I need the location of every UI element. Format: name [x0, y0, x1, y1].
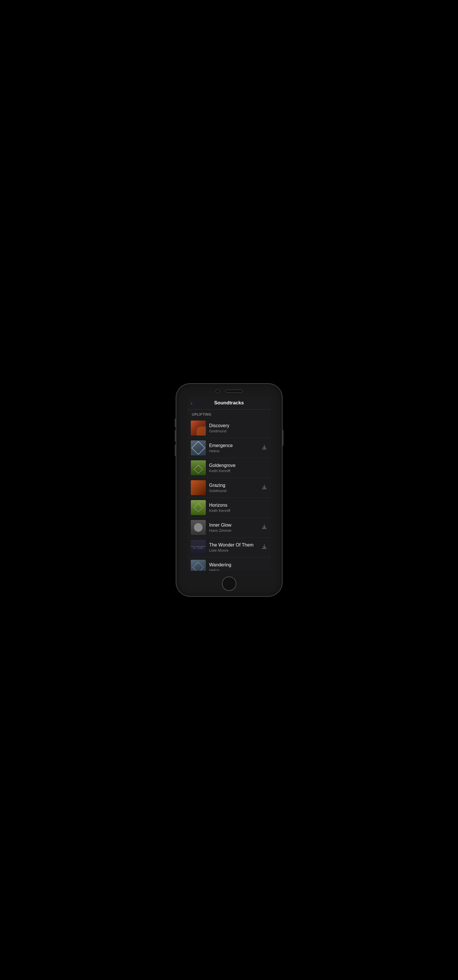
track-list: UPLIFTING Discovery Goldmund Emergence	[188, 410, 271, 571]
track-item-discovery[interactable]: Discovery Goldmund	[188, 418, 271, 438]
download-icon[interactable]	[261, 524, 267, 531]
track-item-emergence[interactable]: Emergence Helios	[188, 438, 271, 458]
phone-bottom-bar	[177, 574, 282, 596]
track-title: Grazing	[209, 483, 259, 488]
power-button[interactable]	[283, 430, 284, 446]
track-thumb-emergence	[191, 441, 206, 455]
track-item-grazing[interactable]: Grazing Goldmund	[188, 478, 271, 498]
track-artist: Helios	[209, 568, 267, 571]
home-button[interactable]	[222, 576, 236, 591]
earpiece-speaker	[226, 390, 243, 393]
download-icon[interactable]	[261, 444, 267, 452]
track-item-wandering[interactable]: Wandering Helios	[188, 557, 271, 571]
back-button[interactable]: ‹	[191, 400, 193, 406]
track-info-discovery: Discovery Goldmund	[209, 423, 267, 433]
track-title: Wandering	[209, 562, 267, 568]
track-info-wandering: Wandering Helios	[209, 562, 267, 571]
track-artist: Goldmund	[209, 429, 267, 433]
section-header-uplifting: UPLIFTING	[188, 410, 271, 418]
track-info-emergence: Emergence Helios	[209, 443, 259, 453]
volume-down-button[interactable]	[175, 444, 176, 456]
phone-frame: ‹ Soundtracks UPLIFTING Discovery Goldmu…	[176, 383, 283, 597]
track-title: The Wonder Of Them	[209, 542, 259, 548]
track-title: Horizons	[209, 503, 267, 508]
track-title: Emergence	[209, 443, 259, 448]
track-info-wonder: The Wonder Of Them Lisle Moore	[209, 542, 259, 552]
front-camera	[216, 389, 219, 393]
track-thumb-innerglow	[191, 520, 206, 535]
track-info-innerglow: Inner Glow Hans Zimmer	[209, 523, 259, 533]
track-thumb-discovery	[191, 420, 206, 436]
track-artist: Goldmund	[209, 488, 259, 493]
phone-screen: ‹ Soundtracks UPLIFTING Discovery Goldmu…	[188, 397, 271, 571]
track-title: Goldengrove	[209, 463, 267, 468]
navigation-bar: ‹ Soundtracks	[188, 397, 271, 410]
track-item-horizons[interactable]: Horizons Keith Kenniff	[188, 498, 271, 518]
phone-top-bar	[177, 384, 282, 397]
track-title: Inner Glow	[209, 523, 259, 528]
track-thumb-grazing	[191, 480, 206, 495]
volume-up-button[interactable]	[175, 430, 176, 442]
track-artist: Hans Zimmer	[209, 528, 259, 533]
track-thumb-goldengrove	[191, 460, 206, 475]
track-info-horizons: Horizons Keith Kenniff	[209, 503, 267, 513]
track-item-goldengrove[interactable]: Goldengrove Keith Kenniff	[188, 458, 271, 478]
page-title: Soundtracks	[192, 400, 266, 406]
track-artist: Lisle Moore	[209, 548, 259, 552]
track-title: Discovery	[209, 423, 267, 428]
track-item-wonder[interactable]: THE WONDEROF THEM The Wonder Of Them Lis…	[188, 538, 271, 557]
track-artist: Helios	[209, 449, 259, 453]
track-info-goldengrove: Goldengrove Keith Kenniff	[209, 463, 267, 473]
track-thumb-wonder: THE WONDEROF THEM	[191, 540, 206, 555]
track-artist: Keith Kenniff	[209, 508, 267, 513]
track-info-grazing: Grazing Goldmund	[209, 483, 259, 493]
track-artist: Keith Kenniff	[209, 469, 267, 473]
download-icon[interactable]	[261, 484, 267, 492]
track-thumb-wandering	[191, 560, 206, 571]
track-item-innerglow[interactable]: Inner Glow Hans Zimmer	[188, 518, 271, 538]
track-thumb-horizons	[191, 500, 206, 515]
download-icon[interactable]	[261, 544, 267, 551]
